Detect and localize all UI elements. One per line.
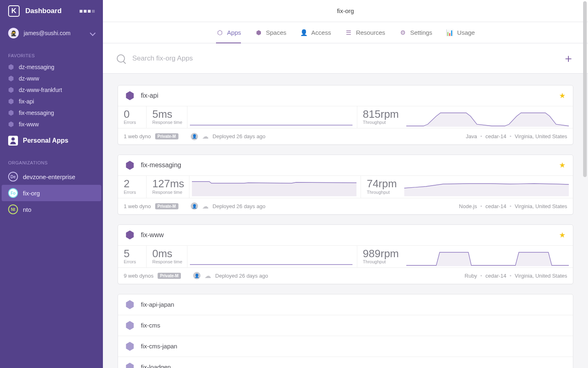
hexagon-icon <box>125 231 134 240</box>
tab-usage[interactable]: 📊 Usage <box>446 22 475 43</box>
app-name: fix-api <box>141 92 158 99</box>
apps-grid-icon[interactable] <box>80 10 95 13</box>
hexagon-icon <box>125 363 134 368</box>
avatar-icon: 🥷 <box>8 28 19 38</box>
deployed-label: Deployed 26 days ago <box>213 203 265 209</box>
app-name: fix-api-japan <box>141 301 174 308</box>
hexagon-icon <box>125 161 134 170</box>
spaces-icon: ⬢ <box>255 29 262 36</box>
app-row-fix-cms-japan[interactable]: fix-cms-japan <box>118 336 573 357</box>
tab-access[interactable]: 👤 Access <box>300 22 331 43</box>
org-label: fix-org <box>23 190 40 197</box>
usage-icon: 📊 <box>446 29 454 36</box>
hexagon-icon <box>125 342 134 351</box>
favorite-item[interactable]: dz-messaging <box>0 61 103 73</box>
hexagon-icon <box>125 321 134 330</box>
dyno-count: 1 web dyno <box>124 203 151 209</box>
brand[interactable]: K Dashboard <box>8 5 62 17</box>
errors-metric: 0Errors <box>118 106 147 128</box>
throughput-metric: 815rpmThroughput <box>357 106 404 128</box>
star-icon[interactable]: ★ <box>559 161 566 170</box>
errors-metric: 5Errors <box>118 246 147 267</box>
response-metric: 5msResponse time <box>147 106 187 128</box>
region-label: Virginia, United States <box>515 273 567 279</box>
add-app-button[interactable]: ＋ <box>563 53 574 64</box>
org-label: devzone-enterprise <box>23 173 75 180</box>
hexagon-icon <box>8 110 14 116</box>
hexagon-icon <box>125 91 134 100</box>
app-name: fix-cms-japan <box>141 343 177 350</box>
tab-apps[interactable]: ⬡ Apps <box>216 22 241 43</box>
org-item-nto[interactable]: Nt nto <box>2 201 101 218</box>
personal-apps-label: Personal Apps <box>23 137 68 144</box>
dyno-badge: Private-M <box>155 203 178 209</box>
app-card-fix-messaging[interactable]: fix-messaging ★ 2Errors 127msResponse ti… <box>118 155 573 214</box>
tab-resources[interactable]: ☰ Resources <box>345 22 385 43</box>
favorite-label: dz-www-frankfurt <box>19 87 62 93</box>
tab-settings[interactable]: ⚙ Settings <box>399 22 432 43</box>
region-label: Virginia, United States <box>515 203 567 209</box>
throughput-chart <box>404 106 573 128</box>
app-row-fix-cms[interactable]: fix-cms <box>118 315 573 336</box>
stack-label: cedar-14 <box>486 273 506 279</box>
hexagon-icon <box>8 87 14 93</box>
sidebar: K Dashboard 🥷 james@sushi.com FAVORITES … <box>0 0 103 368</box>
star-icon[interactable]: ★ <box>559 91 566 100</box>
scrollbar[interactable] <box>583 1 587 177</box>
language-label: Java <box>466 133 477 139</box>
app-name: fix-www <box>141 231 164 239</box>
hexagon-icon <box>8 99 14 104</box>
organizations-heading: ORGANIZATIONS <box>0 151 103 168</box>
account-email: james@sushi.com <box>24 30 86 36</box>
favorite-item[interactable]: dz-www <box>0 73 103 84</box>
stack-label: cedar-14 <box>486 203 506 209</box>
hexagon-icon <box>125 300 134 309</box>
app-row-fix-loadgen[interactable]: fix-loadgen <box>118 357 573 368</box>
app-row-fix-api-japan[interactable]: fix-api-japan <box>118 294 573 315</box>
user-icon: 👤 <box>191 133 198 140</box>
language-label: Node.js <box>459 203 477 209</box>
app-card-fix-www[interactable]: fix-www ★ 5Errors 0msResponse time 989rp… <box>118 224 573 284</box>
favorites-heading: FAVORITES <box>0 44 103 61</box>
heroku-logo-icon: K <box>8 5 20 17</box>
favorite-item[interactable]: fix-www <box>0 119 103 130</box>
tab-label: Resources <box>356 29 385 36</box>
favorite-label: dz-www <box>19 75 39 82</box>
response-chart <box>187 106 356 128</box>
org-label: nto <box>23 206 31 213</box>
dyno-badge: Private-M <box>158 273 181 279</box>
page-title-bar: fix-org <box>103 0 588 22</box>
errors-metric: 2Errors <box>118 176 147 197</box>
stack-label: cedar-14 <box>486 133 506 139</box>
response-chart <box>189 176 361 197</box>
deployed-label: Deployed 26 days ago <box>213 133 265 139</box>
tab-spaces[interactable]: ⬢ Spaces <box>255 22 286 43</box>
user-icon: 👤 <box>193 272 200 279</box>
favorite-label: dz-messaging <box>19 64 54 70</box>
app-list: fix-api-japan fix-cms fix-cms-japan fix-… <box>118 294 573 368</box>
main: fix-org ⬡ Apps ⬢ Spaces 👤 Access ☰ Resou… <box>103 0 588 368</box>
hexagon-icon <box>8 121 14 127</box>
favorite-item[interactable]: fix-api <box>0 96 103 107</box>
org-item-fix-org[interactable]: Fo fix-org <box>2 185 101 201</box>
hexagon-icon <box>8 76 14 81</box>
app-card-fix-api[interactable]: fix-api ★ 0Errors 5msResponse time 815rp… <box>118 85 573 145</box>
deployed-label: Deployed 26 days ago <box>215 273 268 279</box>
sidebar-header: K Dashboard <box>0 0 103 22</box>
dyno-count: 9 web dynos <box>124 273 154 279</box>
favorite-item[interactable]: dz-www-frankfurt <box>0 84 103 96</box>
dyno-badge: Private-M <box>155 133 178 139</box>
personal-apps[interactable]: Personal Apps <box>0 130 103 151</box>
search-input[interactable] <box>132 54 555 63</box>
account-switcher[interactable]: 🥷 james@sushi.com <box>0 22 103 44</box>
resources-icon: ☰ <box>345 29 352 36</box>
star-icon[interactable]: ★ <box>559 231 566 240</box>
org-item-devzone-enterprise[interactable]: De devzone-enterprise <box>2 168 101 185</box>
tab-label: Usage <box>457 29 475 36</box>
content: fix-api ★ 0Errors 5msResponse time 815rp… <box>103 74 588 368</box>
language-label: Ruby <box>465 273 477 279</box>
favorite-item[interactable]: fix-messaging <box>0 107 103 119</box>
tab-label: Apps <box>227 29 241 36</box>
throughput-chart <box>404 246 573 267</box>
app-name: fix-loadgen <box>141 364 171 368</box>
